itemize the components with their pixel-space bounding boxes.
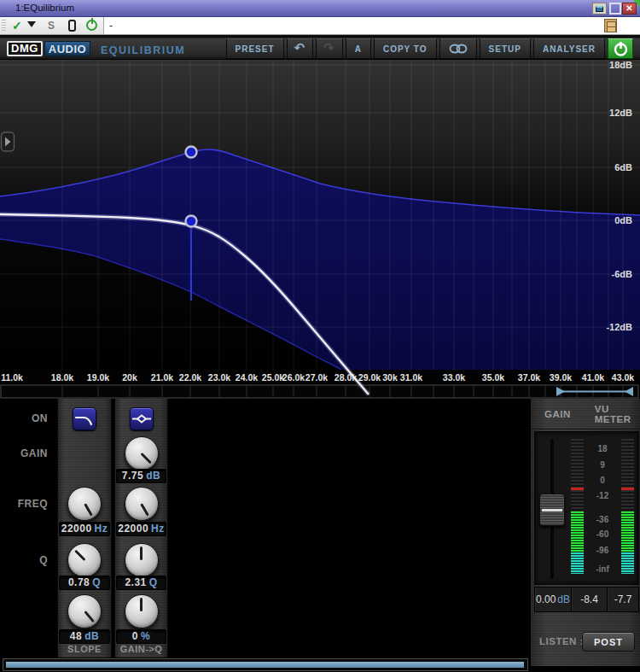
enable-check-icon[interactable]: ✓ — [12, 19, 22, 32]
row-label-gain: GAIN — [0, 447, 48, 459]
solo-button[interactable]: S — [48, 20, 55, 32]
svg-text:22.0k: 22.0k — [179, 372, 201, 383]
level-cyan-segments — [621, 552, 634, 574]
svg-text:26.0k: 26.0k — [282, 372, 305, 383]
bell-shape-icon — [131, 408, 153, 429]
band2-gainq-value[interactable]: 0% — [116, 629, 166, 644]
knob-pointer — [140, 503, 149, 516]
band2-on-button[interactable] — [130, 407, 154, 430]
peak-hold-segment — [571, 488, 584, 490]
listen-post-button[interactable]: POST — [582, 632, 635, 652]
band2-q-knob[interactable] — [125, 543, 159, 577]
band2-gainq-knob[interactable] — [125, 594, 159, 628]
slot-icon[interactable] — [68, 20, 76, 32]
preset-button[interactable]: PRESET — [226, 38, 284, 59]
preset-browser-icon[interactable] — [604, 19, 617, 32]
peak-readout-left[interactable]: -8.4 — [572, 587, 608, 611]
listen-row: LISTEN : POST — [531, 631, 640, 653]
svg-text:31.0k: 31.0k — [400, 372, 422, 383]
dropdown-arrow-icon[interactable] — [27, 21, 36, 27]
svg-text:35.0k: 35.0k — [482, 372, 504, 383]
meter-scale-m96: -96 — [585, 546, 620, 555]
svg-text:-12dB: -12dB — [606, 322, 632, 332]
eq-graph[interactable]: 11.0k 18.0k 19.0k 20k 21.0k 22.0k 23.0k … — [0, 60, 640, 399]
power-glyph-icon — [609, 39, 632, 58]
power-icon[interactable] — [86, 20, 97, 31]
setup-button[interactable]: SETUP — [480, 38, 531, 59]
logo-audio: AUDIO — [44, 41, 90, 56]
scrollbar-thumb[interactable] — [6, 662, 524, 668]
svg-text:18.0k: 18.0k — [51, 372, 73, 383]
svg-text:39.0k: 39.0k — [550, 372, 572, 383]
knob-pointer — [140, 453, 151, 464]
band2-node-handle[interactable] — [186, 147, 197, 158]
bypass-power-button[interactable] — [608, 38, 633, 59]
stereo-link-icon — [447, 39, 469, 58]
detach-window-button[interactable] — [592, 3, 607, 15]
svg-text:24.0k: 24.0k — [236, 372, 258, 383]
band1-q-value[interactable]: 0.78Q — [59, 576, 110, 590]
stereo-link-button[interactable] — [439, 38, 477, 59]
svg-text:19.0k: 19.0k — [87, 372, 109, 383]
toolbar-grip[interactable] — [2, 20, 6, 32]
meter-readouts: 0.00dB -8.4 -7.7 — [534, 587, 639, 612]
tab-vu-meter[interactable]: VU METER — [595, 404, 640, 424]
band1-on-button[interactable] — [73, 407, 96, 430]
band2-gain-value[interactable]: 7.75dB — [116, 469, 166, 483]
svg-text:6dB: 6dB — [614, 162, 632, 172]
band2-gain-knob[interactable] — [125, 436, 159, 470]
svg-text:29.0k: 29.0k — [358, 372, 381, 383]
level-green-segments — [571, 511, 584, 552]
band1-freq-knob[interactable] — [67, 487, 102, 521]
peak-readout-right[interactable]: -7.7 — [608, 587, 638, 611]
band1-node-handle[interactable] — [186, 216, 197, 227]
svg-text:18dB: 18dB — [609, 60, 632, 70]
corner-marker — [633, 0, 640, 7]
svg-text:21.0k: 21.0k — [151, 372, 173, 383]
control-panel: ON GAIN FREQ Q 22000Hz 0.78Q — [0, 399, 640, 672]
band2-strip: 7.75dB 22000Hz 2.31Q 0% GAIN->Q — [114, 399, 168, 657]
svg-text:23.0k: 23.0k — [208, 372, 230, 383]
title-bar[interactable]: 1:EQuilibrium ✕ — [0, 0, 640, 17]
band2-freq-knob[interactable] — [125, 487, 159, 521]
listen-label: LISTEN : — [539, 636, 584, 646]
lowpass-shape-icon — [73, 408, 96, 429]
freq-zoom-strip[interactable] — [1, 385, 638, 398]
svg-text:27.0k: 27.0k — [305, 372, 328, 383]
product-name: EQUILIBRIUM — [101, 44, 185, 56]
knob-pointer — [140, 546, 143, 560]
horizontal-scrollbar[interactable] — [3, 658, 528, 671]
band1-q-knob[interactable] — [67, 543, 102, 577]
row-label-on: ON — [0, 412, 48, 424]
knob-pointer — [84, 611, 95, 622]
band2-q-value[interactable]: 2.31Q — [116, 576, 166, 590]
band1-slope-value[interactable]: 48dB — [59, 629, 110, 644]
meter-scale-9: 9 — [585, 461, 620, 470]
plugin-header: DMG AUDIO EQUILIBRIUM PRESET ↶ ↷ A COPY … — [0, 35, 640, 60]
band1-slope-knob[interactable] — [67, 594, 102, 628]
level-cyan-segments — [571, 552, 584, 574]
freq-axis-labels: 11.0k 18.0k 19.0k 20k 21.0k 22.0k 23.0k … — [1, 372, 634, 383]
knob-pointer — [140, 598, 143, 611]
svg-text:43.0k: 43.0k — [612, 372, 634, 383]
side-panel-expand-button[interactable] — [2, 132, 15, 151]
gain-fader-thumb[interactable] — [539, 494, 565, 526]
knob-pointer — [84, 503, 93, 516]
svg-text:25.0k: 25.0k — [262, 372, 284, 383]
redo-button[interactable]: ↷ — [316, 38, 343, 59]
copy-to-button[interactable]: COPY TO — [374, 38, 437, 59]
level-green-segments — [621, 511, 634, 552]
gain-readout[interactable]: 0.00dB — [535, 587, 572, 611]
tab-gain[interactable]: GAIN — [544, 409, 571, 419]
vu-meter-left — [571, 439, 584, 574]
maximize-button[interactable] — [609, 3, 621, 15]
header-buttons: PRESET ↶ ↷ A COPY TO SETUP ANALYSER — [224, 38, 634, 59]
ab-compare-button[interactable]: A — [346, 38, 371, 59]
svg-text:20k: 20k — [122, 372, 137, 383]
logo-dmg: DMG — [7, 41, 43, 56]
band2-freq-value[interactable]: 22000Hz — [116, 522, 166, 536]
preset-name-field[interactable]: - — [103, 17, 640, 34]
undo-button[interactable]: ↶ — [287, 38, 314, 59]
band1-freq-value[interactable]: 22000Hz — [59, 522, 110, 536]
analyser-button[interactable]: ANALYSER — [533, 38, 605, 59]
